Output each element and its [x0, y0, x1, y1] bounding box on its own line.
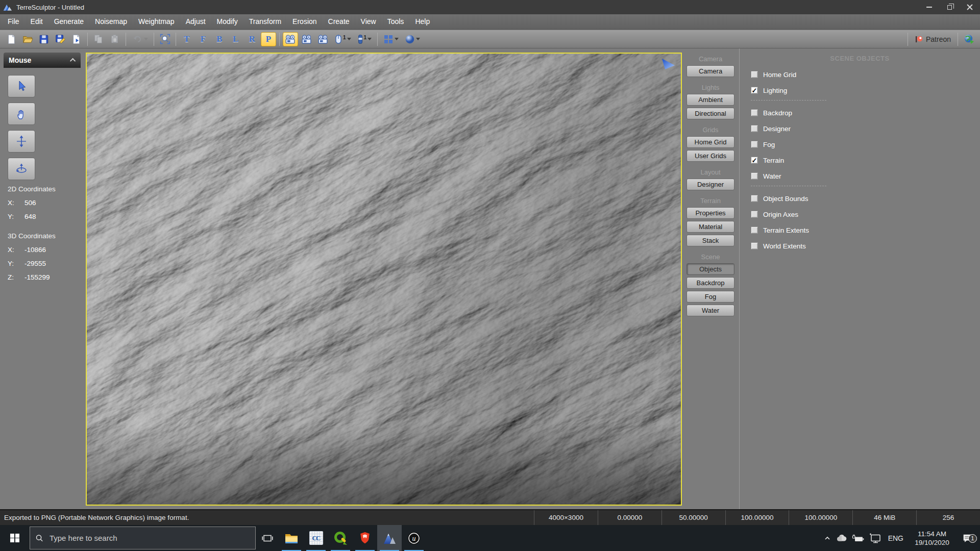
status-memory: 46 MiB: [852, 510, 916, 525]
tray-expand-button[interactable]: [823, 534, 831, 542]
start-button[interactable]: [0, 525, 30, 551]
tray-network-button[interactable]: [869, 533, 881, 543]
camera-2-button[interactable]: [299, 32, 314, 46]
save-button[interactable]: [36, 32, 52, 46]
objects-button[interactable]: Objects: [687, 263, 734, 275]
action-center-button[interactable]: 1: [959, 533, 976, 544]
menu-edit[interactable]: Edit: [25, 14, 48, 29]
taskbar-app-qgis[interactable]: [328, 525, 353, 551]
stack-button[interactable]: Stack: [687, 235, 734, 246]
fog-button[interactable]: Fog: [687, 291, 734, 303]
lighting-checkbox[interactable]: ✓: [751, 87, 758, 94]
status-field: 100.00000: [725, 510, 789, 525]
menu-file[interactable]: File: [2, 14, 25, 29]
display-mode-dropdown-icon[interactable]: [416, 38, 420, 40]
designer-button[interactable]: Designer: [687, 179, 734, 190]
tray-clock[interactable]: 11:54 AM 19/10/2020: [910, 530, 954, 547]
menu-adjust[interactable]: Adjust: [180, 14, 211, 29]
undo-button[interactable]: [129, 32, 151, 46]
letter-T-button[interactable]: T: [179, 32, 194, 46]
backdrop-checkbox[interactable]: [751, 109, 758, 116]
letter-F-button[interactable]: F: [195, 32, 211, 46]
orbit-rotate-button[interactable]: [8, 158, 35, 180]
task-view-button[interactable]: [256, 525, 279, 551]
save-as-button[interactable]: [53, 32, 68, 46]
camera-button[interactable]: Camera: [687, 65, 734, 77]
menu-erosion[interactable]: Erosion: [287, 14, 322, 29]
mouse-profile-number: 1: [343, 35, 346, 40]
minimize-button[interactable]: [919, 0, 939, 14]
ambient-button[interactable]: Ambient: [687, 94, 734, 106]
taskbar-app-unreal-engine[interactable]: u: [402, 525, 426, 551]
letter-L-button[interactable]: L: [228, 32, 243, 46]
viewport-layout-button[interactable]: [381, 32, 401, 46]
taskbar-search[interactable]: [30, 527, 256, 549]
taskbar-app-file-explorer[interactable]: [279, 525, 304, 551]
designer-checkbox[interactable]: [751, 125, 758, 132]
water-button[interactable]: Water: [687, 305, 734, 316]
nav-device-button[interactable]: 1: [355, 32, 375, 46]
undo-dropdown-icon[interactable]: [144, 38, 148, 40]
mouse-profile-button[interactable]: 1: [332, 32, 354, 46]
display-mode-button[interactable]: [402, 32, 423, 46]
mouse-profile-dropdown-icon[interactable]: [347, 38, 351, 40]
select-pointer-button[interactable]: [8, 75, 35, 97]
object-bounds-checkbox[interactable]: [751, 195, 758, 202]
patreon-button[interactable]: Patreon: [911, 34, 955, 45]
status-field: 100.00000: [789, 510, 852, 525]
menu-help[interactable]: Help: [409, 14, 435, 29]
terrain-extents-checkbox[interactable]: [751, 227, 758, 234]
menu-view[interactable]: View: [355, 14, 382, 29]
zoom-region-button[interactable]: [157, 32, 173, 46]
water-checkbox[interactable]: [751, 172, 758, 180]
menu-modify[interactable]: Modify: [211, 14, 243, 29]
menu-create[interactable]: Create: [323, 14, 355, 29]
nav-device-dropdown-icon[interactable]: [368, 38, 372, 40]
search-input[interactable]: [48, 533, 250, 543]
backdrop-button[interactable]: Backdrop: [687, 277, 734, 289]
minimize-icon: [926, 7, 932, 8]
tray-battery-button[interactable]: [852, 533, 865, 543]
copy-button[interactable]: [91, 32, 106, 46]
world-extents-checkbox[interactable]: [751, 242, 758, 249]
letter-B-button[interactable]: B: [212, 32, 227, 46]
display-sphere-icon: [405, 34, 415, 44]
open-file-button[interactable]: [20, 32, 35, 46]
web-update-button[interactable]: [961, 32, 976, 46]
viewport-layout-dropdown-icon[interactable]: [395, 38, 399, 40]
user-grids-button[interactable]: User Grids: [687, 150, 734, 162]
origin-axes-checkbox[interactable]: [751, 211, 758, 218]
directional-button[interactable]: Directional: [687, 108, 734, 119]
close-button[interactable]: [960, 0, 980, 14]
taskbar: CC u: [0, 525, 980, 551]
material-button[interactable]: Material: [687, 221, 734, 233]
new-document-button[interactable]: [4, 32, 19, 46]
tray-language[interactable]: ENG: [886, 534, 905, 542]
mouse-panel-header[interactable]: Mouse: [4, 53, 81, 68]
tray-onedrive-button[interactable]: [836, 534, 847, 542]
properties-button[interactable]: Properties: [687, 207, 734, 219]
fog-checkbox[interactable]: [751, 141, 758, 148]
letter-R-button[interactable]: R: [244, 32, 260, 46]
menu-generate[interactable]: Generate: [48, 14, 89, 29]
home-grid-button[interactable]: Home Grid: [687, 136, 734, 148]
terrain-checkbox[interactable]: ✓: [751, 157, 758, 164]
paste-button[interactable]: [107, 32, 122, 46]
menu-noisemap[interactable]: Noisemap: [89, 14, 133, 29]
restore-button[interactable]: [939, 0, 960, 14]
render-camera-button[interactable]: [283, 32, 298, 46]
menu-weightmap[interactable]: Weightmap: [133, 14, 180, 29]
collapse-icon[interactable]: [70, 58, 76, 64]
menu-transform[interactable]: Transform: [243, 14, 287, 29]
menu-tools[interactable]: Tools: [382, 14, 410, 29]
home-grid-checkbox[interactable]: [751, 71, 758, 78]
taskbar-app-cloudcompare[interactable]: CC: [304, 525, 328, 551]
camera-3-button[interactable]: [315, 32, 331, 46]
terrain-viewport[interactable]: [86, 53, 682, 506]
pan-hand-button[interactable]: [8, 103, 35, 125]
letter-P-button[interactable]: P: [261, 32, 276, 46]
taskbar-app-brave[interactable]: [353, 525, 377, 551]
elevate-button[interactable]: [8, 130, 35, 153]
taskbar-app-terresculptor[interactable]: [377, 525, 402, 551]
export-button[interactable]: [69, 32, 84, 46]
